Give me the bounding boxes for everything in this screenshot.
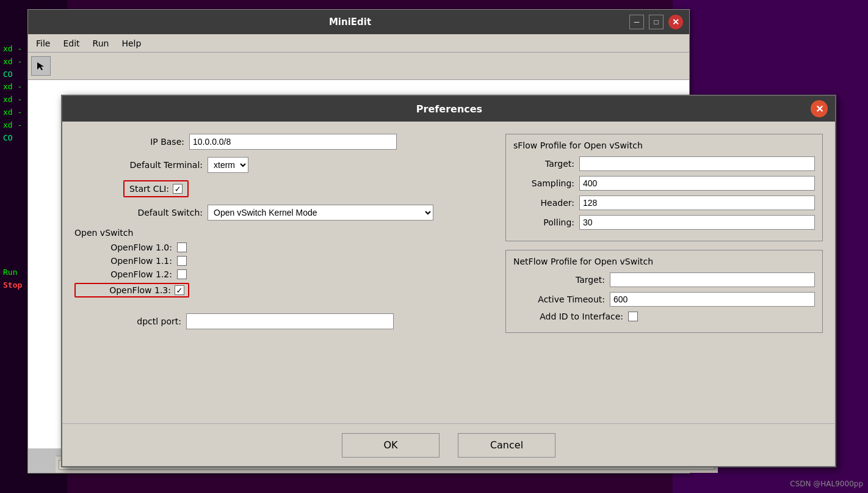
- prefs-close-button[interactable]: ✕: [811, 100, 828, 117]
- netflow-timeout-input[interactable]: [610, 292, 815, 307]
- netflow-timeout-label: Active Timeout:: [513, 294, 605, 304]
- openflow10-label: OpenFlow 1.0:: [74, 243, 172, 252]
- ip-base-input[interactable]: [189, 134, 397, 150]
- openflow11-row: OpenFlow 1.1:: [74, 256, 493, 266]
- sflow-target-input[interactable]: [579, 156, 815, 171]
- close-button[interactable]: ✕: [668, 15, 683, 29]
- default-terminal-select[interactable]: xterm: [208, 157, 248, 173]
- menu-run[interactable]: Run: [88, 37, 114, 49]
- start-cli-checkbox[interactable]: [173, 184, 183, 194]
- netflow-addid-row: Add ID to Interface:: [513, 312, 815, 321]
- openflow10-checkbox[interactable]: [177, 243, 187, 252]
- openflow11-checkbox[interactable]: [177, 256, 187, 266]
- default-switch-select[interactable]: Open vSwitch Kernel Mode: [208, 205, 433, 221]
- minimize-button[interactable]: ─: [629, 15, 644, 29]
- miniedit-title: MiniEdit: [71, 16, 629, 27]
- sflow-polling-label: Polling:: [513, 217, 574, 227]
- openflow12-label: OpenFlow 1.2:: [74, 269, 172, 279]
- start-cli-label: Start CLI:: [129, 184, 169, 194]
- add-id-checkbox[interactable]: [628, 312, 638, 321]
- dpctl-port-label: dpctl port:: [74, 316, 181, 326]
- maximize-button[interactable]: □: [649, 15, 664, 29]
- openvswitch-group: Open vSwitch OpenFlow 1.0: OpenFlow 1.1:…: [74, 228, 493, 301]
- preferences-dialog: Preferences ✕ IP Base: Default Terminal:…: [61, 95, 836, 467]
- openvswitch-label: Open vSwitch: [74, 228, 493, 238]
- openflow13-row: OpenFlow 1.3:: [74, 283, 493, 298]
- sflow-target-row: Target:: [513, 156, 815, 171]
- prefs-titlebar: Preferences ✕: [62, 96, 835, 122]
- prefs-buttons: OK Cancel: [62, 423, 835, 466]
- menu-help[interactable]: Help: [117, 37, 146, 49]
- sflow-sampling-row: Sampling:: [513, 176, 815, 191]
- dpctl-port-input[interactable]: [186, 313, 394, 329]
- netflow-target-input[interactable]: [610, 272, 815, 287]
- prefs-right-panel: sFlow Profile for Open vSwitch Target: S…: [505, 134, 823, 411]
- menu-bar: File Edit Run Help: [28, 34, 689, 53]
- start-cli-row: Start CLI:: [123, 180, 493, 197]
- sflow-title: sFlow Profile for Open vSwitch: [513, 141, 815, 150]
- netflow-target-row: Target:: [513, 272, 815, 287]
- miniedit-titlebar: MiniEdit ─ □ ✕: [28, 10, 689, 34]
- cancel-button[interactable]: Cancel: [458, 433, 555, 458]
- menu-edit[interactable]: Edit: [58, 37, 84, 49]
- default-terminal-row: Default Terminal: xterm: [74, 157, 493, 173]
- sflow-header-row: Header:: [513, 195, 815, 210]
- sflow-sampling-label: Sampling:: [513, 178, 574, 188]
- dpctl-port-row: dpctl port:: [74, 313, 493, 329]
- openflow13-label: OpenFlow 1.3:: [79, 285, 171, 295]
- window-controls: ─ □ ✕: [629, 15, 683, 29]
- sflow-panel: sFlow Profile for Open vSwitch Target: S…: [505, 134, 823, 241]
- openflow12-checkbox[interactable]: [177, 269, 187, 279]
- prefs-content: IP Base: Default Terminal: xterm Start C…: [62, 122, 835, 423]
- openflow10-row: OpenFlow 1.0:: [74, 243, 493, 252]
- sflow-sampling-input[interactable]: [579, 176, 815, 191]
- netflow-target-label: Target:: [513, 275, 605, 285]
- netflow-timeout-row: Active Timeout:: [513, 292, 815, 307]
- sflow-polling-row: Polling:: [513, 215, 815, 230]
- sflow-header-label: Header:: [513, 198, 574, 208]
- menu-file[interactable]: File: [31, 37, 55, 49]
- prefs-title: Preferences: [88, 103, 811, 115]
- prefs-left-panel: IP Base: Default Terminal: xterm Start C…: [74, 134, 493, 411]
- openflow13-checkbox[interactable]: [175, 285, 184, 295]
- toolbar: [28, 53, 689, 80]
- openflow11-label: OpenFlow 1.1:: [74, 256, 172, 266]
- sflow-polling-input[interactable]: [579, 215, 815, 230]
- start-cli-highlighted: Start CLI:: [123, 180, 189, 197]
- ip-base-row: IP Base:: [74, 134, 493, 150]
- sflow-target-label: Target:: [513, 159, 574, 169]
- openflow12-row: OpenFlow 1.2:: [74, 269, 493, 279]
- cursor-tool-button[interactable]: [31, 56, 51, 76]
- default-switch-row: Default Switch: Open vSwitch Kernel Mode: [74, 205, 493, 221]
- default-switch-label: Default Switch:: [74, 208, 203, 217]
- netflow-addid-label: Add ID to Interface:: [513, 312, 623, 321]
- ok-button[interactable]: OK: [342, 433, 439, 458]
- sflow-header-input[interactable]: [579, 195, 815, 210]
- default-terminal-label: Default Terminal:: [74, 160, 203, 170]
- openflow13-highlighted: OpenFlow 1.3:: [74, 283, 189, 298]
- netflow-title: NetFlow Profile for Open vSwitch: [513, 257, 815, 266]
- ip-base-label: IP Base:: [74, 137, 184, 147]
- netflow-panel: NetFlow Profile for Open vSwitch Target:…: [505, 250, 823, 333]
- csdn-watermark: CSDN @HAL9000pp: [790, 480, 863, 488]
